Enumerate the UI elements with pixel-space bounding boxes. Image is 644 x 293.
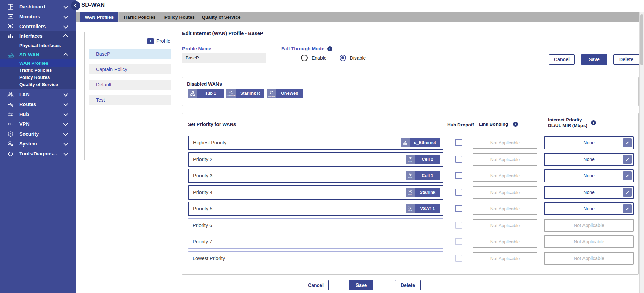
info-icon[interactable]: i [327, 46, 332, 51]
disabled-wans-title: Disabled WANs [187, 81, 222, 87]
edit-pencil-button[interactable] [623, 155, 632, 164]
sidebar-item-routes[interactable]: Routes [0, 99, 76, 109]
priority-row-5: Priority 5 VSAT VSAT 1 Not Applicable No… [182, 202, 638, 216]
tab-policy-routes[interactable]: Policy Routes [160, 12, 199, 22]
wan-chip-caption: STARLINK-R [227, 95, 236, 96]
profile-item-captain-policy[interactable]: Captain Policy [89, 64, 171, 74]
satellite-dish-icon: STARLINK-R [226, 89, 236, 98]
tab-wan-profiles[interactable]: WAN Profiles [80, 12, 118, 22]
profile-name-input[interactable] [182, 53, 266, 63]
priority-row-highest: Highest Priority u_Ethernet Not Applicab… [182, 136, 638, 150]
priority-slot[interactable]: Priority 2 CELL Cell 2 [188, 152, 443, 167]
priority-slot[interactable]: Lowest Priority [188, 251, 443, 265]
sidebar-item-label: WAN Profiles [19, 61, 48, 66]
hub-dropoff-checkbox [455, 255, 462, 262]
edit-pencil-button[interactable] [623, 171, 632, 180]
wan-chip-oneweb[interactable]: ONEWEB OneWeb [267, 89, 303, 98]
sidebar-item-controllers[interactable]: Controllers [0, 21, 76, 31]
priority-slot[interactable]: Priority 4 LEO Starlink [188, 185, 443, 200]
link-bonding-column-header: Link Bonding i [479, 122, 518, 127]
priority-slot[interactable]: Priority 7 [188, 235, 443, 249]
wan-chip-starlink[interactable]: LEO Starlink [406, 188, 440, 197]
fall-through-radio-group: Enable Disable [301, 55, 366, 61]
add-profile-button[interactable]: + Profile [147, 38, 170, 44]
radio-circle [340, 55, 346, 61]
wan-chip-u-ethernet[interactable]: u_Ethernet [401, 138, 440, 147]
chevron-down-icon [63, 101, 68, 106]
sidebar-item-interfaces[interactable]: Interfaces [0, 31, 76, 41]
vertical-scrollbar[interactable] [639, 12, 644, 293]
cancel-button-bottom[interactable]: Cancel [303, 280, 329, 290]
link-bonding-field: Not Applicable [473, 252, 537, 264]
sidebar-item-security[interactable]: Security [0, 129, 76, 139]
wan-chip-cell-2[interactable]: CELL Cell 2 [406, 155, 440, 164]
cancel-button-top[interactable]: Cancel [549, 54, 575, 65]
wan-chip-vsat-1[interactable]: VSAT VSAT 1 [406, 204, 440, 213]
sidebar-item-vpn[interactable]: VPN [0, 119, 76, 129]
delete-button-top[interactable]: Delete [613, 54, 639, 65]
profile-item-default[interactable]: Default [89, 80, 171, 90]
radio-enable[interactable]: Enable [301, 55, 327, 61]
wan-chip-cell-1[interactable]: CELL Cell 1 [406, 171, 440, 180]
edit-pencil-button[interactable] [623, 204, 632, 213]
link-bonding-field: Not Applicable [473, 137, 537, 149]
hub-dropoff-checkbox[interactable] [455, 172, 462, 179]
priority-slot[interactable]: Highest Priority u_Ethernet [188, 136, 443, 150]
tab-bar: WAN Profiles Traffic Policies Policy Rou… [76, 12, 639, 22]
routes-icon [7, 101, 14, 108]
sidebar-item-physical-interfaces[interactable]: Physical Interfaces [0, 41, 76, 50]
sidebar-item-label: Hub [19, 111, 29, 117]
save-button-top[interactable]: Save [581, 54, 607, 65]
sidebar-item-label: LAN [19, 92, 30, 97]
sidebar-collapse-button[interactable] [71, 1, 80, 10]
satellite-streak-icon: LEO [406, 188, 415, 197]
sidebar-item-system[interactable]: System [0, 139, 76, 149]
profile-item-basep[interactable]: BaseP [89, 49, 171, 59]
sidebar-item-tools-diagnostics[interactable]: Tools/Diagnos... [0, 149, 76, 158]
sidebar-item-lan[interactable]: LAN [0, 89, 76, 99]
sidebar-item-label: System [19, 141, 37, 146]
sidebar-item-traffic-policies[interactable]: Traffic Policies [0, 67, 76, 74]
lan-icon [7, 91, 14, 98]
profile-list-panel: + Profile BaseP Captain Policy Default T… [84, 32, 176, 160]
sidebar-item-quality-of-service[interactable]: Quality of Service [0, 81, 76, 88]
tab-traffic-policies[interactable]: Traffic Policies [118, 12, 160, 22]
plus-icon: + [147, 38, 154, 44]
sidebar-item-label: Tools/Diagnos... [19, 151, 57, 156]
radio-disable[interactable]: Disable [340, 55, 366, 61]
hub-dropoff-checkbox[interactable] [455, 156, 462, 163]
sidebar-item-monitors[interactable]: Monitors [0, 12, 76, 21]
priority-slot[interactable]: Priority 5 VSAT VSAT 1 [188, 202, 443, 216]
priority-row-2: Priority 2 CELL Cell 2 Not Applicable No… [182, 152, 638, 167]
lan-nodes-icon [401, 138, 410, 147]
wan-chip-sub-1[interactable]: sub 1 [188, 89, 224, 98]
wan-chip-starlink-r[interactable]: STARLINK-R Starlink R [226, 89, 264, 98]
hub-dropoff-checkbox[interactable] [455, 139, 462, 146]
sidebar-item-dashboard[interactable]: Dashboard [0, 2, 76, 12]
sidebar-item-policy-routes[interactable]: Policy Routes [0, 74, 76, 81]
internet-priority-field: Not Applicable [544, 235, 634, 248]
info-icon[interactable]: i [513, 122, 518, 127]
profile-item-test[interactable]: Test [89, 95, 171, 105]
info-icon[interactable]: i [591, 120, 596, 125]
priority-slot[interactable]: Priority 6 [188, 218, 443, 232]
chevron-down-icon [63, 4, 68, 8]
hub-dropoff-checkbox[interactable] [455, 189, 462, 196]
sidebar-item-sd-wan[interactable]: SD-WAN [0, 50, 76, 59]
delete-button-bottom[interactable]: Delete [395, 280, 421, 290]
wan-chip-label: OneWeb [276, 89, 303, 98]
chevron-down-icon [63, 131, 68, 136]
priority-slot[interactable]: Priority 3 CELL Cell 1 [188, 169, 443, 183]
form-divider [182, 72, 639, 72]
edit-pencil-button[interactable] [623, 138, 632, 147]
scrollbar-thumb[interactable] [640, 14, 643, 65]
sidebar-item-hub[interactable]: Hub [0, 109, 76, 119]
sidebar-item-label: Physical Interfaces [19, 43, 61, 48]
sidebar-item-wan-profiles[interactable]: WAN Profiles [0, 59, 76, 67]
edit-pencil-button[interactable] [623, 188, 632, 197]
save-button-bottom[interactable]: Save [349, 280, 373, 290]
tab-quality-of-service[interactable]: Quality of Service [199, 12, 243, 22]
set-priority-title: Set Priority for WANs [188, 122, 236, 127]
hub-dropoff-checkbox[interactable] [455, 205, 462, 212]
disabled-wans-section: Disabled WANs sub 1 STARLINK-R Starlink … [182, 77, 639, 106]
